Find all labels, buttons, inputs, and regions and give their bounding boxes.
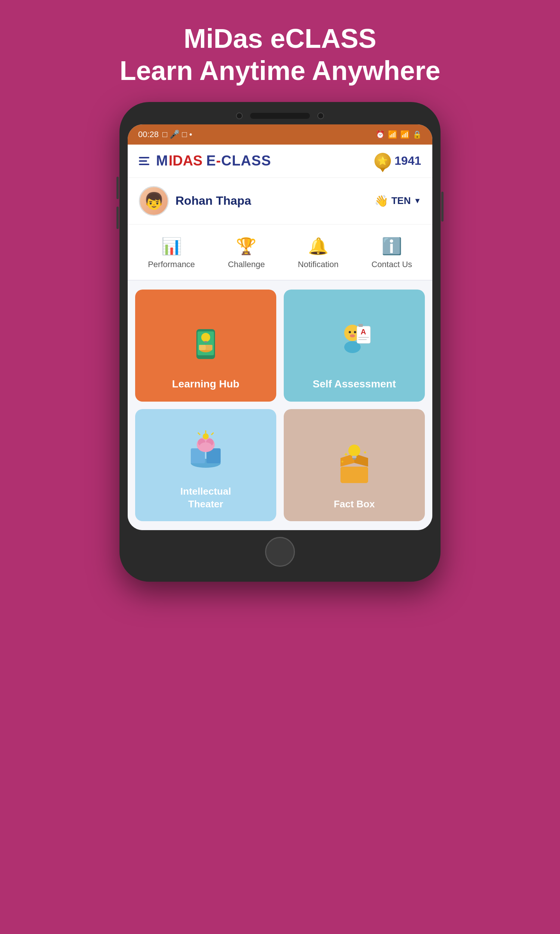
card-self-assessment[interactable]: A Self Assessment <box>284 290 425 402</box>
profile-left: 👦 Rohan Thapa <box>139 186 251 216</box>
learning-hub-label: Learning Hub <box>172 377 239 391</box>
front-camera <box>236 113 243 119</box>
wave-emoji: 👋 <box>374 194 388 207</box>
self-assessment-icon: A <box>334 318 375 372</box>
fact-box-icon: ✦ ✦ ✦ <box>334 442 375 493</box>
cards-grid: Learning Hub <box>128 281 432 530</box>
intellectual-theater-label: IntellectualTheater <box>180 485 231 511</box>
dropdown-arrow: ▼ <box>414 197 421 205</box>
svg-rect-6 <box>204 341 207 342</box>
card-intellectual-theater[interactable]: IntellectualTheater <box>135 409 276 521</box>
logo-eclass: E-CLASS <box>206 153 271 169</box>
svg-point-23 <box>200 442 212 450</box>
card-fact-box[interactable]: ✦ ✦ ✦ Fact Box <box>284 409 425 521</box>
quick-actions: 📊 Performance 🏆 Challenge 🔔 Notification… <box>128 225 432 281</box>
svg-line-25 <box>198 433 200 435</box>
power-button <box>441 192 443 222</box>
app-logo: M IDAS E-CLASS <box>156 153 271 169</box>
challenge-icon: 🏆 <box>236 236 257 256</box>
phone-top-bar <box>128 113 432 119</box>
status-left: 00:28 □ 🎤 □ • <box>138 129 192 139</box>
page-title-line2: Learn Anytime Anywhere <box>120 54 440 87</box>
logo-idas: IDAS <box>169 153 203 169</box>
volume-down-button <box>117 207 119 229</box>
svg-point-8 <box>349 331 351 333</box>
score-value: 1941 <box>395 154 421 168</box>
fact-box-label: Fact Box <box>334 498 375 511</box>
home-button[interactable] <box>265 537 295 567</box>
volume-up-button <box>117 177 119 199</box>
logo-m: M <box>156 153 168 169</box>
user-name: Rohan Thapa <box>175 194 251 208</box>
hamburger-menu[interactable] <box>139 157 149 165</box>
svg-point-5 <box>201 333 210 342</box>
status-icons: □ 🎤 □ • <box>162 129 192 139</box>
action-contact[interactable]: ℹ️ Contact Us <box>364 233 420 272</box>
svg-text:A: A <box>361 328 366 336</box>
phone-shell: 00:28 □ 🎤 □ • ⏰ 📶 📶 🔒 M IDAS <box>120 102 440 582</box>
action-notification[interactable]: 🔔 Notification <box>291 233 346 272</box>
svg-point-27 <box>203 433 209 439</box>
front-sensor <box>317 113 324 119</box>
lock-icon: 🔒 <box>412 130 422 139</box>
grade-label: TEN <box>391 195 411 207</box>
wifi-icon: 📶 <box>388 130 397 139</box>
svg-text:✦: ✦ <box>340 459 344 464</box>
learning-hub-icon <box>185 325 226 372</box>
intellectual-theater-icon <box>185 430 226 480</box>
header-right: ⭐ 1941 <box>374 153 421 169</box>
challenge-label: Challenge <box>228 260 265 270</box>
svg-rect-34 <box>353 458 356 459</box>
performance-label: Performance <box>148 260 195 270</box>
svg-text:✦: ✦ <box>363 449 368 455</box>
svg-rect-31 <box>340 467 368 483</box>
svg-point-32 <box>348 445 360 456</box>
status-bar: 00:28 □ 🎤 □ • ⏰ 📶 📶 🔒 <box>128 125 432 145</box>
contact-label: Contact Us <box>371 260 412 270</box>
status-right: ⏰ 📶 📶 🔒 <box>375 130 422 139</box>
svg-rect-4 <box>206 345 212 350</box>
signal-icon: 📶 <box>400 130 409 139</box>
phone-bottom-bar <box>128 537 432 567</box>
page-title-line1: MiDas eCLASS <box>120 22 440 54</box>
app-header: M IDAS E-CLASS ⭐ 1941 <box>128 145 432 178</box>
phone-speaker <box>250 113 310 119</box>
alarm-icon: ⏰ <box>375 130 385 139</box>
contact-icon: ℹ️ <box>382 236 402 256</box>
screen: 00:28 □ 🎤 □ • ⏰ 📶 📶 🔒 M IDAS <box>128 125 432 530</box>
grade-badge[interactable]: 👋 TEN ▼ <box>374 194 421 207</box>
svg-point-10 <box>350 334 355 338</box>
action-challenge[interactable]: 🏆 Challenge <box>220 233 272 272</box>
card-learning-hub[interactable]: Learning Hub <box>135 290 276 402</box>
action-performance[interactable]: 📊 Performance <box>140 233 202 272</box>
svg-line-26 <box>211 433 214 435</box>
notification-label: Notification <box>298 260 338 270</box>
svg-rect-33 <box>352 456 357 458</box>
svg-text:✦: ✦ <box>343 451 348 458</box>
performance-icon: 📊 <box>161 236 182 256</box>
svg-point-9 <box>354 331 356 333</box>
notification-icon: 🔔 <box>308 236 329 256</box>
profile-row: 👦 Rohan Thapa 👋 TEN ▼ <box>128 178 432 225</box>
status-time: 00:28 <box>138 129 158 139</box>
page-title-block: MiDas eCLASS Learn Anytime Anywhere <box>120 22 440 87</box>
avatar: 👦 <box>139 186 169 216</box>
header-left: M IDAS E-CLASS <box>139 153 271 169</box>
self-assessment-label: Self Assessment <box>312 377 396 391</box>
medal-icon: ⭐ <box>374 153 391 169</box>
svg-rect-13 <box>358 324 363 327</box>
svg-rect-3 <box>199 345 206 350</box>
